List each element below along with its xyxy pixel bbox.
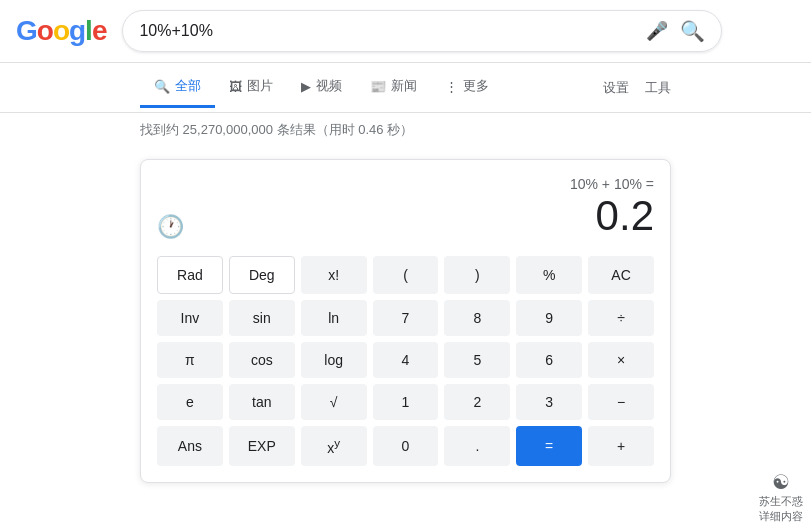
nav-tabs: 🔍 全部 🖼 图片 ▶ 视频 📰 新闻 ⋮ 更多 设置 工具: [0, 63, 811, 113]
tab-news-label: 新闻: [391, 77, 417, 95]
btn-7[interactable]: 7: [373, 300, 439, 336]
tab-videos-label: 视频: [316, 77, 342, 95]
btn-factorial[interactable]: x!: [301, 256, 367, 294]
btn-dot[interactable]: .: [444, 426, 510, 466]
tab-all-icon: 🔍: [154, 79, 170, 94]
settings-link[interactable]: 设置: [603, 79, 629, 97]
btn-sin[interactable]: sin: [229, 300, 295, 336]
watermark-icon: ☯: [759, 470, 803, 494]
btn-0[interactable]: 0: [373, 426, 439, 466]
google-logo: Google: [16, 15, 106, 47]
btn-sqrt[interactable]: √: [301, 384, 367, 420]
btn-exp[interactable]: EXP: [229, 426, 295, 466]
btn-pi[interactable]: π: [157, 342, 223, 378]
btn-multiply[interactable]: ×: [588, 342, 654, 378]
btn-ans[interactable]: Ans: [157, 426, 223, 466]
logo-letter-g: G: [16, 15, 37, 46]
watermark-text: 苏生不惑详细内容: [759, 495, 803, 522]
calc-result: 0.2: [570, 192, 654, 240]
btn-open-paren[interactable]: (: [373, 256, 439, 294]
search-input[interactable]: [139, 22, 646, 40]
calc-expression: 10% + 10% =: [570, 176, 654, 192]
btn-e[interactable]: e: [157, 384, 223, 420]
btn-4[interactable]: 4: [373, 342, 439, 378]
search-button[interactable]: 🔍: [680, 19, 705, 43]
btn-subtract[interactable]: −: [588, 384, 654, 420]
btn-power[interactable]: xy: [301, 426, 367, 466]
tab-more-label: 更多: [463, 77, 489, 95]
btn-3[interactable]: 3: [516, 384, 582, 420]
btn-log[interactable]: log: [301, 342, 367, 378]
tab-more-icon: ⋮: [445, 79, 458, 94]
btn-9[interactable]: 9: [516, 300, 582, 336]
logo-letter-e: e: [92, 15, 107, 46]
tab-news-icon: 📰: [370, 79, 386, 94]
btn-percent[interactable]: %: [516, 256, 582, 294]
tab-more[interactable]: ⋮ 更多: [431, 67, 503, 108]
logo-letter-o1: o: [37, 15, 53, 46]
tab-all-label: 全部: [175, 77, 201, 95]
btn-close-paren[interactable]: ): [444, 256, 510, 294]
tab-images-icon: 🖼: [229, 79, 242, 94]
btn-5[interactable]: 5: [444, 342, 510, 378]
btn-ln[interactable]: ln: [301, 300, 367, 336]
calc-grid: Rad Deg x! ( ) % AC Inv sin ln 7 8 9 ÷ π…: [157, 256, 654, 466]
btn-2[interactable]: 2: [444, 384, 510, 420]
btn-8[interactable]: 8: [444, 300, 510, 336]
header: Google 🎤 🔍: [0, 0, 811, 63]
calc-result-area: 10% + 10% = 0.2: [570, 176, 654, 240]
btn-inv[interactable]: Inv: [157, 300, 223, 336]
nav-settings: 设置 工具: [603, 79, 671, 97]
btn-rad[interactable]: Rad: [157, 256, 223, 294]
btn-6[interactable]: 6: [516, 342, 582, 378]
logo-letter-o2: o: [53, 15, 69, 46]
tab-all[interactable]: 🔍 全部: [140, 67, 215, 108]
watermark: ☯ 苏生不惑详细内容: [759, 470, 803, 524]
btn-1[interactable]: 1: [373, 384, 439, 420]
btn-deg[interactable]: Deg: [229, 256, 295, 294]
results-info: 找到约 25,270,000,000 条结果（用时 0.46 秒）: [0, 113, 811, 147]
tab-videos[interactable]: ▶ 视频: [287, 67, 356, 108]
search-icons: 🎤 🔍: [646, 19, 705, 43]
logo-letter-l: l: [85, 15, 92, 46]
btn-ac[interactable]: AC: [588, 256, 654, 294]
btn-cos[interactable]: cos: [229, 342, 295, 378]
btn-add[interactable]: +: [588, 426, 654, 466]
search-bar: 🎤 🔍: [122, 10, 722, 52]
logo-letter-g2: g: [69, 15, 85, 46]
btn-tan[interactable]: tan: [229, 384, 295, 420]
tab-images-label: 图片: [247, 77, 273, 95]
tab-images[interactable]: 🖼 图片: [215, 67, 287, 108]
tools-link[interactable]: 工具: [645, 79, 671, 97]
mic-icon[interactable]: 🎤: [646, 20, 668, 42]
calculator-card: 🕐 10% + 10% = 0.2 Rad Deg x! ( ) % AC In…: [140, 159, 671, 483]
btn-divide[interactable]: ÷: [588, 300, 654, 336]
btn-equals[interactable]: =: [516, 426, 582, 466]
tab-news[interactable]: 📰 新闻: [356, 67, 431, 108]
history-icon[interactable]: 🕐: [157, 214, 184, 240]
tab-videos-icon: ▶: [301, 79, 311, 94]
calc-display: 🕐 10% + 10% = 0.2: [157, 176, 654, 240]
